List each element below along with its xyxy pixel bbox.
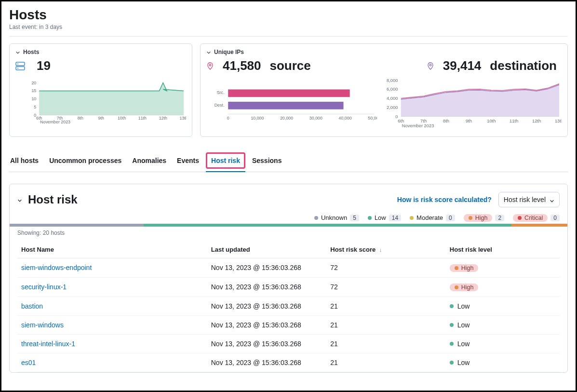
legend-pill: Critical	[513, 214, 548, 222]
hosts-card-label: Hosts	[23, 49, 39, 55]
risk-level: Low	[450, 302, 556, 310]
host-link[interactable]: siem-windows	[21, 321, 64, 329]
col-host-name[interactable]: Host Name	[17, 241, 207, 258]
progress-segment	[10, 224, 144, 227]
server-icon	[15, 61, 25, 71]
last-updated: Nov 13, 2023 @ 15:36:03.268	[207, 315, 327, 334]
page-subtitle: Last event: in 3 days	[9, 24, 568, 30]
chevron-down-icon[interactable]	[206, 50, 211, 54]
page-title: Hosts	[9, 7, 568, 23]
svg-text:50,000: 50,000	[368, 116, 376, 121]
tab-sessions[interactable]: Sessions	[252, 152, 282, 170]
risk-distribution-bar	[10, 224, 567, 227]
legend-dot	[314, 216, 318, 220]
svg-text:11th: 11th	[138, 116, 147, 121]
col-risk-level[interactable]: Host risk level	[446, 241, 560, 258]
risk-score: 72	[326, 258, 446, 277]
legend-item[interactable]: Unknown5	[314, 214, 359, 221]
risk-level: Low	[450, 321, 556, 329]
svg-text:6,000: 6,000	[387, 87, 398, 92]
hosts-card: Hosts 19 05101520 6th7th8th9th10th11th12…	[9, 43, 192, 137]
svg-text:4,000: 4,000	[387, 96, 398, 101]
source-ips-count: 41,580	[223, 58, 261, 73]
legend-item[interactable]: Low14	[368, 214, 401, 221]
hosts-sparkline: 05101520 6th7th8th9th10th11th12th13th No…	[15, 77, 186, 124]
svg-text:8th: 8th	[443, 119, 449, 123]
risk-level: Low	[450, 359, 556, 366]
risk-level: Low	[450, 340, 556, 348]
risk-score: 21	[326, 353, 446, 372]
svg-text:15: 15	[31, 88, 36, 93]
tab-all hosts[interactable]: All hosts	[10, 152, 39, 170]
host-risk-title: Host risk	[28, 193, 78, 206]
risk-score: 21	[326, 297, 446, 315]
legend-dot	[410, 216, 414, 220]
host-link[interactable]: threat-intel-linux-1	[21, 340, 75, 348]
svg-text:20,000: 20,000	[280, 116, 293, 121]
legend-item[interactable]: Critical0	[513, 214, 560, 222]
svg-text:12th: 12th	[159, 116, 167, 121]
svg-point-20	[429, 64, 431, 66]
svg-text:10,000: 10,000	[251, 116, 264, 121]
col-last-updated[interactable]: Last updated	[207, 241, 327, 258]
risk-level-badge: High	[450, 284, 479, 291]
svg-text:6th: 6th	[398, 119, 404, 123]
legend-count: 5	[350, 215, 359, 221]
host-link[interactable]: bastion	[21, 302, 43, 310]
svg-text:40,000: 40,000	[339, 116, 352, 121]
svg-text:20: 20	[31, 81, 36, 85]
last-updated: Nov 13, 2023 @ 15:36:03.268	[207, 353, 327, 372]
legend-count: 14	[389, 215, 401, 221]
table-row: es01Nov 13, 2023 @ 15:36:03.26821Low	[17, 353, 560, 372]
chevron-down-icon[interactable]	[15, 50, 20, 54]
table-row: siem-windowsNov 13, 2023 @ 15:36:03.2682…	[17, 315, 560, 334]
legend-pill: High	[464, 214, 493, 222]
svg-text:5: 5	[34, 105, 36, 109]
svg-text:13th: 13th	[555, 119, 562, 123]
dest-ips-count: 39,414	[443, 58, 482, 73]
showing-text: Showing: 20 hosts	[17, 230, 560, 236]
dest-label: destination	[490, 58, 557, 73]
sort-down-icon: ↓	[379, 247, 382, 253]
chevron-down-icon[interactable]	[17, 196, 24, 203]
tab-events[interactable]: Events	[177, 152, 199, 170]
svg-rect-0	[16, 62, 25, 66]
risk-score: 21	[326, 315, 446, 334]
svg-text:10: 10	[31, 96, 36, 101]
svg-text:2,000: 2,000	[387, 105, 398, 110]
host-risk-level-select[interactable]: Host risk level	[498, 192, 560, 207]
svg-text:10th: 10th	[487, 119, 496, 123]
svg-text:30,000: 30,000	[309, 116, 322, 121]
host-link[interactable]: es01	[21, 359, 36, 366]
tab-host risk[interactable]: Host risk	[210, 150, 242, 172]
divider	[9, 36, 568, 37]
legend-label: Moderate	[416, 214, 443, 221]
svg-text:11th: 11th	[510, 119, 518, 123]
last-updated: Nov 13, 2023 @ 15:36:03.268	[207, 277, 327, 297]
unique-ips-card: Unique IPs 41,580 source 39,414 destinat…	[200, 43, 568, 137]
svg-text:Src.: Src.	[217, 90, 225, 95]
legend-label: Low	[375, 214, 386, 221]
svg-text:November 2023: November 2023	[40, 120, 70, 124]
legend-item[interactable]: High2	[464, 214, 504, 222]
tab-uncommon processes[interactable]: Uncommon processes	[49, 152, 121, 170]
svg-point-19	[209, 64, 211, 66]
table-row: security-linux-1Nov 13, 2023 @ 15:36:03.…	[17, 277, 560, 297]
hosts-count: 19	[37, 58, 51, 73]
chevron-down-icon	[550, 197, 554, 202]
host-link[interactable]: security-linux-1	[21, 283, 67, 291]
svg-text:12th: 12th	[532, 119, 541, 123]
svg-point-2	[17, 63, 18, 64]
legend-item[interactable]: Moderate0	[410, 214, 455, 221]
col-risk-score[interactable]: Host risk score ↓	[326, 241, 446, 258]
table-row: siem-windows-endpointNov 13, 2023 @ 15:3…	[17, 258, 560, 277]
risk-legend: Unknown5Low14Moderate0High2Critical0	[17, 214, 560, 222]
risk-score: 21	[326, 334, 446, 353]
host-link[interactable]: siem-windows-endpoint	[21, 264, 92, 271]
tab-anomalies[interactable]: Anomalies	[132, 152, 166, 170]
progress-segment	[511, 224, 567, 227]
table-row: threat-intel-linux-1Nov 13, 2023 @ 15:36…	[17, 334, 560, 353]
svg-rect-24	[228, 102, 343, 109]
map-pin-icon	[206, 62, 214, 70]
risk-help-link[interactable]: How is risk score calculated?	[397, 196, 492, 203]
